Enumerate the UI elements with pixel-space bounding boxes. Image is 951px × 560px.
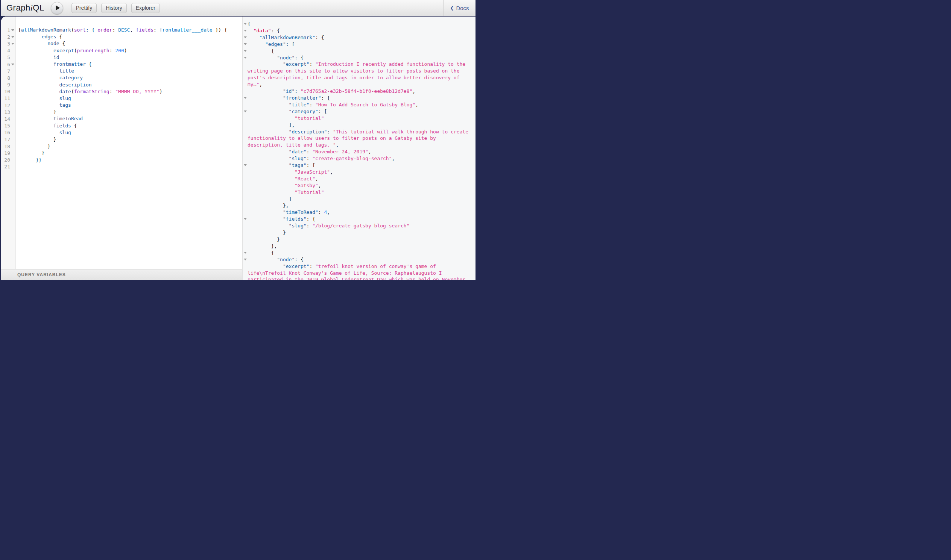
line-number: 16	[1, 130, 10, 135]
code-token: "frontmatter"	[283, 95, 321, 101]
code-token	[18, 34, 42, 40]
code-token: formatString	[74, 89, 110, 94]
code-token: }	[18, 109, 56, 115]
query-line[interactable]: frontmatter {	[18, 61, 242, 68]
result-line: "excerpt": "trefoil knot version of conw…	[242, 263, 475, 280]
query-line[interactable]: slug	[18, 129, 242, 136]
result-fold-gutter	[242, 182, 247, 185]
fold-arrow-icon[interactable]	[244, 97, 247, 99]
result-line: "slug": "create-gatsby-blog-search",	[242, 155, 475, 162]
fold-arrow-icon[interactable]	[11, 29, 14, 31]
fold-arrow-icon[interactable]	[244, 218, 247, 220]
fold-arrow-icon[interactable]	[244, 252, 247, 254]
code-token: "Gatsby"	[295, 183, 318, 188]
query-line[interactable]: {allMarkdownRemark(sort: { order: DESC, …	[18, 27, 242, 34]
result-line-text: "data": {	[247, 28, 472, 34]
toolbar-button-prettify[interactable]: Prettify	[71, 3, 97, 13]
fold-arrow-icon[interactable]	[244, 50, 247, 52]
result-line-text: "category": [	[247, 108, 472, 115]
result-line: "id": "c7d765a2-e32b-58f4-b1f0-eebe8b12d…	[242, 88, 475, 95]
fold-arrow-icon[interactable]	[244, 30, 247, 32]
query-line[interactable]: }}	[18, 157, 242, 163]
code-token	[247, 115, 295, 121]
fold-arrow-icon[interactable]	[11, 63, 14, 65]
query-line[interactable]: date(formatString: "MMMM DD, YYYY")	[18, 88, 242, 95]
query-line[interactable]: }	[18, 149, 242, 156]
toolbar-button-explorer[interactable]: Explorer	[131, 3, 160, 13]
code-token: ]	[247, 196, 292, 202]
code-token	[18, 68, 59, 74]
code-token	[247, 55, 277, 60]
code-token: "c7d765a2-e32b-58f4-b1f0-eebe8b12d7e8"	[301, 88, 412, 94]
result-fold-gutter	[242, 155, 247, 157]
code-token: {	[86, 61, 92, 67]
query-line[interactable]: node {	[18, 40, 242, 47]
result-fold-gutter	[242, 122, 247, 124]
query-line[interactable]	[18, 163, 242, 170]
code-token: :	[110, 48, 116, 53]
fold-arrow-icon[interactable]	[244, 37, 247, 38]
fold-arrow-icon[interactable]	[244, 258, 247, 260]
line-number: 18	[1, 143, 10, 149]
result-fold-gutter	[242, 229, 247, 232]
result-fold-gutter	[242, 21, 247, 25]
execute-button[interactable]	[51, 2, 63, 14]
fold-arrow-icon[interactable]	[244, 164, 247, 166]
query-line[interactable]: }	[18, 136, 242, 143]
query-line[interactable]: slug	[18, 95, 242, 102]
line-number: 9	[1, 82, 10, 88]
query-line[interactable]: }	[18, 109, 242, 115]
query-line[interactable]: edges {	[18, 34, 242, 40]
code-token: "node"	[277, 257, 295, 262]
fold-arrow-icon[interactable]	[11, 43, 14, 45]
result-line: {	[242, 48, 475, 54]
result-line: "timeToRead": 4,	[242, 209, 475, 216]
query-line[interactable]: title	[18, 68, 242, 74]
code-token: "description"	[289, 129, 327, 135]
result-line-text: "Tutorial"	[247, 189, 472, 196]
code-token: 200	[115, 48, 124, 53]
code-token: ,	[315, 176, 318, 182]
query-line[interactable]: fields {	[18, 123, 242, 129]
result-line-text: "timeToRead": 4,	[247, 209, 472, 216]
variables-title-bar[interactable]: QUERY VARIABLES	[1, 269, 242, 280]
query-line[interactable]: description	[18, 82, 242, 88]
docs-button[interactable]: ❮ Docs	[443, 0, 475, 16]
query-line[interactable]: tags	[18, 102, 242, 109]
result-line: "node": {	[242, 54, 475, 61]
fold-gutter-cell	[10, 36, 15, 38]
result-line: "slug": "/blog/create-gatsby-blog-search…	[242, 223, 475, 229]
code-token: category	[59, 75, 83, 80]
fold-arrow-icon[interactable]	[244, 43, 247, 45]
result-line-text: "tags": [	[247, 162, 472, 169]
query-line[interactable]: excerpt(pruneLength: 200)	[18, 47, 242, 54]
query-line[interactable]: category	[18, 74, 242, 81]
fold-arrow-icon[interactable]	[244, 57, 247, 58]
query-editor[interactable]: {allMarkdownRemark(sort: { order: DESC, …	[16, 17, 242, 269]
result-fold-gutter	[242, 108, 247, 112]
code-token: date	[59, 89, 71, 94]
code-token: {	[56, 34, 62, 40]
query-editor-pane: 123456789101112131415161718192021 {allMa…	[1, 17, 242, 280]
result-line: }	[242, 229, 475, 236]
result-line-text: "excerpt": "Introduction I recently adde…	[247, 61, 472, 88]
result-fold-gutter	[242, 54, 247, 58]
query-line[interactable]: id	[18, 54, 242, 61]
query-line[interactable]: }	[18, 143, 242, 149]
fold-arrow-icon[interactable]	[11, 36, 14, 38]
code-token: }) {	[213, 27, 227, 33]
toolbar-button-history[interactable]: History	[101, 3, 127, 13]
fold-arrow-icon[interactable]	[244, 23, 247, 25]
code-token	[247, 61, 283, 67]
result-fold-gutter	[242, 216, 247, 220]
fold-arrow-icon[interactable]	[244, 111, 247, 112]
code-token: allMarkdownRemark	[21, 27, 71, 33]
result-line-text: "allMarkdownRemark": {	[247, 34, 472, 41]
result-line: "excerpt": "Introduction I recently adde…	[242, 61, 475, 88]
code-token: {	[18, 27, 21, 33]
code-token: )	[159, 89, 162, 94]
code-token	[18, 123, 53, 129]
query-line[interactable]: timeToRead	[18, 115, 242, 122]
result-fold-gutter	[242, 175, 247, 178]
line-number: 15	[1, 123, 10, 129]
